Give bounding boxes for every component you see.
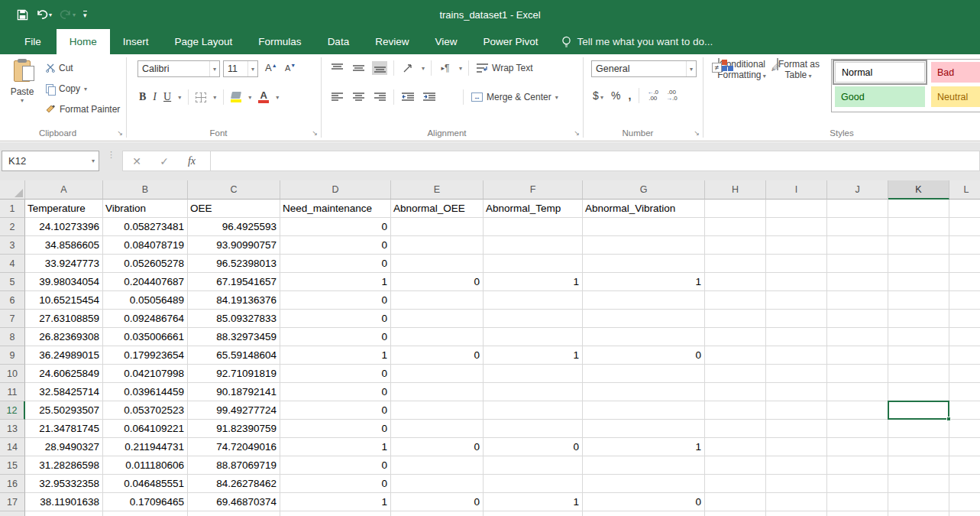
increase-font-size-button[interactable]: A▲ [265,62,277,73]
cell-F11[interactable] [484,383,583,401]
copy-button[interactable]: Copy ▾ [46,83,87,94]
font-color-button[interactable]: A [258,91,269,103]
cell-H18[interactable] [705,511,766,516]
cell-J17[interactable] [827,493,888,511]
cell-D5[interactable]: 1 [280,273,391,291]
cell-B3[interactable]: 0.084078719 [103,236,188,255]
column-header-G[interactable]: G [583,180,705,200]
column-header-B[interactable]: B [103,180,188,200]
cell-H10[interactable] [705,365,766,383]
cell-G18[interactable] [583,511,705,516]
cell-F4[interactable] [484,255,583,273]
cell-I13[interactable] [766,420,827,438]
cell-C7[interactable]: 85.09327833 [188,310,280,328]
row-header-13[interactable]: 13 [0,420,25,438]
increase-indent-button[interactable] [422,90,437,104]
cell-L11[interactable] [949,383,980,401]
alignment-dialog-launcher[interactable]: ↘ [574,129,580,137]
tab-file[interactable]: File [9,29,57,54]
cell-G4[interactable] [583,255,705,273]
cell-H6[interactable] [705,291,766,310]
merge-center-caret[interactable]: ▾ [555,94,558,101]
cell-C16[interactable]: 84.26278462 [188,475,280,493]
cell-E10[interactable] [391,365,484,383]
underline-button[interactable]: U [163,91,171,103]
formula-input[interactable] [211,151,979,170]
text-direction-button[interactable]: ▸¶ [438,61,453,75]
cell-A6[interactable]: 10.65215454 [25,291,103,310]
cell-A8[interactable]: 26.82369308 [25,328,103,346]
cell-I5[interactable] [766,273,827,291]
column-header-E[interactable]: E [391,180,484,200]
cell-D7[interactable]: 0 [280,310,391,328]
cell-K2[interactable] [888,218,949,236]
cell-B2[interactable]: 0.058273481 [103,218,188,236]
row-header-3[interactable]: 3 [0,236,25,255]
cell-A18[interactable] [25,511,103,516]
cell-A2[interactable]: 24.10273396 [25,218,103,236]
cell-D15[interactable]: 0 [280,456,391,475]
cell-C17[interactable]: 69.46870374 [188,493,280,511]
cell-J2[interactable] [827,218,888,236]
decrease-decimal-button[interactable]: .00→.0 [666,89,678,102]
select-all-corner[interactable] [0,180,25,200]
cell-E7[interactable] [391,310,484,328]
percent-style-button[interactable]: % [611,89,620,102]
cell-D2[interactable]: 0 [280,218,391,236]
cell-L13[interactable] [949,420,980,438]
cell-C5[interactable]: 67.19541657 [188,273,280,291]
column-header-A[interactable]: A [25,180,103,200]
cell-A3[interactable]: 34.8586605 [25,236,103,255]
conditional-formatting-button[interactable]: ≠ Conditional Formatting ▾ [714,59,769,80]
copy-dropdown-caret[interactable]: ▾ [84,86,87,92]
cell-J8[interactable] [827,328,888,346]
cell-C12[interactable]: 99.49277724 [188,401,280,420]
paste-button[interactable]: Paste ▾ [5,59,40,125]
cell-A15[interactable]: 31.28286598 [25,456,103,475]
cell-F12[interactable] [484,401,583,420]
cell-D18[interactable] [280,511,391,516]
cell-K14[interactable] [888,438,949,456]
cell-A14[interactable]: 28.9490327 [25,438,103,456]
font-name-combobox[interactable]: Calibri ▾ [137,60,220,77]
cell-C13[interactable]: 91.82390759 [188,420,280,438]
cell-J6[interactable] [827,291,888,310]
cell-H4[interactable] [705,255,766,273]
cell-I9[interactable] [766,346,827,365]
column-header-D[interactable]: D [280,180,391,200]
cell-L2[interactable] [949,218,980,236]
align-top-button[interactable] [329,61,344,75]
cell-B16[interactable]: 0.046485551 [103,475,188,493]
cell-I4[interactable] [766,255,827,273]
column-header-L[interactable]: L [949,180,980,200]
row-header-4[interactable]: 4 [0,255,25,273]
cell-H11[interactable] [705,383,766,401]
cell-E15[interactable] [391,456,484,475]
row-header-17[interactable]: 17 [0,493,25,511]
cell-G5[interactable]: 1 [583,273,705,291]
cell-F8[interactable] [484,328,583,346]
cell-F15[interactable] [484,456,583,475]
row-header-11[interactable]: 11 [0,383,25,401]
cell-B17[interactable]: 0.17096465 [103,493,188,511]
cell-G12[interactable] [583,401,705,420]
cell-D17[interactable]: 1 [280,493,391,511]
cell-I3[interactable] [766,236,827,255]
column-header-J[interactable]: J [827,180,888,200]
cell-B8[interactable]: 0.035006661 [103,328,188,346]
cell-F5[interactable]: 1 [484,273,583,291]
cell-E3[interactable] [391,236,484,255]
cell-I17[interactable] [766,493,827,511]
align-left-button[interactable] [329,90,344,104]
cell-C3[interactable]: 93.90990757 [188,236,280,255]
cell-K13[interactable] [888,420,949,438]
cell-L1[interactable] [949,200,980,218]
cell-G6[interactable] [583,291,705,310]
cell-G8[interactable] [583,328,705,346]
row-header-10[interactable]: 10 [0,365,25,383]
column-header-F[interactable]: F [484,180,583,200]
align-bottom-button[interactable] [372,61,387,75]
cell-J9[interactable] [827,346,888,365]
cancel-icon[interactable]: ✕ [123,155,150,167]
cell-K4[interactable] [888,255,949,273]
